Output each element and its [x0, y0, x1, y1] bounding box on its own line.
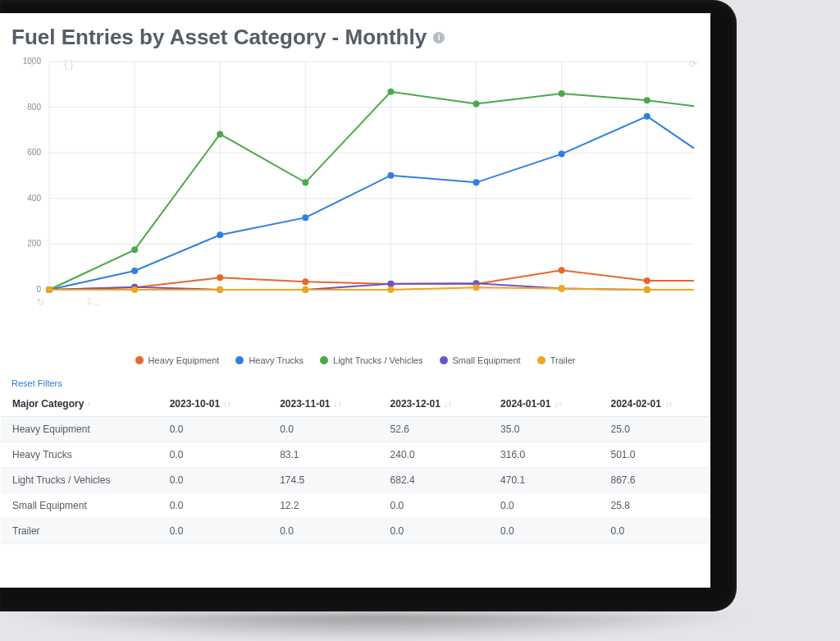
legend-item[interactable]: Light Trucks / Vehicles	[320, 355, 422, 365]
data-point[interactable]	[131, 268, 138, 274]
category-cell: Light Trucks / Vehicles	[1, 468, 158, 493]
data-point[interactable]	[387, 286, 394, 293]
table-header-cell[interactable]: Major Category↑	[1, 391, 158, 417]
legend-label: Heavy Trucks	[249, 355, 304, 365]
table-row: Trailer0.00.00.00.00.0	[1, 519, 710, 544]
data-point[interactable]	[559, 267, 565, 273]
category-cell: Heavy Trucks	[1, 442, 158, 468]
y-tick: 400	[27, 194, 41, 203]
data-point[interactable]	[302, 286, 308, 293]
value-cell: 25.8	[599, 493, 710, 519]
legend-label: Heavy Equipment	[148, 355, 220, 365]
table-header-cell[interactable]: 2023-12-01↓↑	[379, 391, 489, 417]
sort-icon: ↓↑	[444, 400, 452, 409]
table-row: Light Trucks / Vehicles0.0174.5682.4470.…	[1, 468, 710, 493]
data-point[interactable]	[46, 286, 52, 293]
data-point[interactable]	[473, 284, 480, 291]
category-cell: Small Equipment	[1, 493, 158, 519]
value-cell: 867.6	[599, 468, 710, 493]
table-row: Heavy Equipment0.00.052.635.025.0	[1, 417, 710, 442]
legend-item[interactable]: Trailer	[537, 355, 576, 365]
data-point[interactable]	[644, 113, 651, 120]
data-point[interactable]	[644, 97, 651, 103]
value-cell: 316.0	[489, 442, 599, 468]
legend-swatch	[440, 356, 448, 364]
download-icon[interactable]: ⇩⎵	[85, 296, 99, 308]
series-line	[46, 113, 694, 293]
value-cell: 0.0	[158, 468, 268, 493]
legend-swatch	[320, 356, 328, 364]
svg-text:0: 0	[36, 285, 41, 294]
legend-item[interactable]: Small Equipment	[440, 355, 521, 365]
data-point[interactable]	[559, 151, 565, 158]
category-cell: Heavy Equipment	[1, 417, 158, 442]
value-cell: 0.0	[268, 417, 378, 442]
data-point[interactable]	[387, 89, 394, 95]
data-point[interactable]	[473, 179, 480, 185]
legend-item[interactable]: Heavy Equipment	[135, 355, 220, 365]
data-point[interactable]	[473, 100, 480, 107]
value-cell: 25.0	[599, 417, 710, 442]
data-point[interactable]	[559, 90, 565, 97]
value-cell: 0.0	[379, 519, 489, 544]
svg-text:600: 600	[27, 148, 41, 157]
sort-asc-icon: ↑	[87, 400, 91, 409]
value-cell: 35.0	[489, 417, 599, 442]
series-line	[46, 280, 694, 293]
zoom-restore-icon[interactable]: ⟳	[689, 58, 697, 70]
dashboard-screen: Fuel Entries by Asset Category - Monthly…	[0, 13, 710, 588]
legend-item[interactable]: Heavy Trucks	[235, 355, 304, 365]
data-point[interactable]	[644, 277, 651, 284]
value-cell: 240.0	[379, 442, 489, 468]
data-point[interactable]	[217, 231, 223, 238]
table-header-cell[interactable]: 2024-01-01↓↑	[489, 391, 599, 417]
reset-filters-link[interactable]: Reset Filters	[0, 370, 74, 391]
table-header-cell[interactable]: 2023-10-01↓↑	[158, 391, 268, 417]
line-chart: 0200400600800100010/01/202311/01/202312/…	[8, 55, 702, 350]
data-point[interactable]	[644, 286, 651, 293]
column-label: Major Category	[12, 398, 84, 410]
legend-label: Small Equipment	[453, 355, 521, 365]
data-point[interactable]	[387, 172, 394, 179]
svg-text:200: 200	[27, 239, 41, 248]
value-cell: 0.0	[158, 519, 268, 544]
info-icon[interactable]: i	[433, 32, 445, 43]
data-point[interactable]	[302, 214, 308, 221]
data-point[interactable]	[302, 278, 308, 285]
value-cell: 0.0	[489, 519, 599, 544]
chart-legend: Heavy EquipmentHeavy TrucksLight Trucks …	[0, 354, 710, 370]
value-cell: 501.0	[599, 442, 710, 468]
table-header-cell[interactable]: 2024-02-01↓↑	[599, 391, 710, 417]
column-label: 2024-01-01	[500, 398, 550, 410]
column-label: 2023-11-01	[280, 398, 330, 410]
chart-area: 0200400600800100010/01/202311/01/202312/…	[8, 55, 702, 350]
data-point[interactable]	[217, 274, 223, 281]
table-body: Heavy Equipment0.00.052.635.025.0Heavy T…	[1, 417, 710, 544]
table-row: Small Equipment0.012.20.00.025.8	[1, 493, 710, 519]
data-point[interactable]	[559, 286, 565, 292]
data-point[interactable]	[131, 246, 138, 253]
svg-text:800: 800	[27, 103, 41, 112]
value-cell: 470.1	[489, 468, 599, 493]
table-header-cell[interactable]: 2023-11-01↓↑	[268, 391, 378, 417]
data-point[interactable]	[217, 286, 223, 293]
value-cell: 0.0	[599, 519, 710, 544]
fullscreen-icon[interactable]: { }	[64, 58, 73, 70]
table-header-row: Major Category↑2023-10-01↓↑2023-11-01↓↑2…	[1, 391, 710, 417]
value-cell: 0.0	[158, 442, 268, 468]
data-point[interactable]	[387, 281, 394, 287]
data-point[interactable]	[302, 179, 308, 185]
data-point[interactable]	[217, 130, 223, 137]
data-point[interactable]	[131, 286, 138, 293]
refresh-icon[interactable]: ↻	[36, 296, 44, 308]
column-label: 2024-02-01	[610, 398, 660, 410]
value-cell: 83.1	[268, 442, 378, 468]
legend-swatch	[135, 356, 144, 364]
sort-icon: ↓↑	[334, 400, 342, 409]
column-label: 2023-12-01	[390, 398, 441, 410]
svg-text:400: 400	[27, 194, 41, 203]
expand-icon[interactable]: ⤢	[30, 58, 38, 70]
value-cell: 0.0	[379, 493, 489, 519]
y-tick: 800	[27, 103, 41, 112]
y-tick: 200	[27, 239, 41, 248]
